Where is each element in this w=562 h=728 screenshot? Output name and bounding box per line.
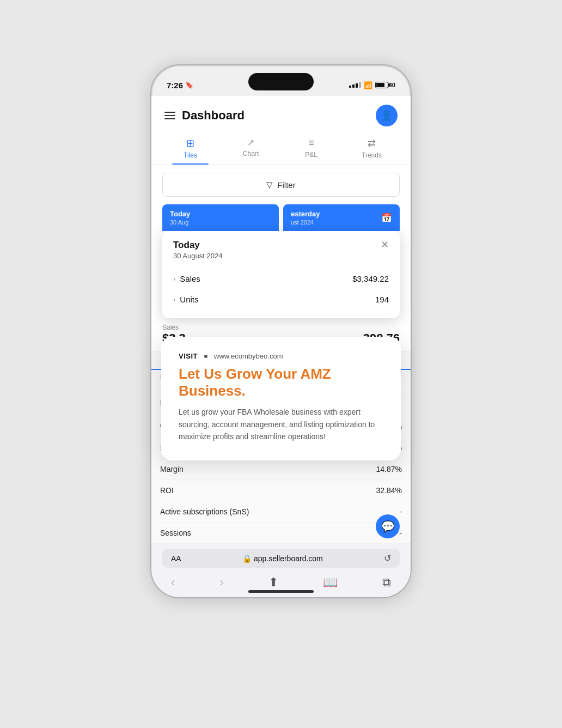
promo-body: Let us grow your FBA Wholesale business … [179,406,383,442]
tab-trends[interactable]: ⇄ Trends [341,133,402,165]
safari-nav-bar: ‹ › ⬆ 📖 ⧉ [162,573,400,592]
forward-button[interactable]: › [215,573,228,592]
popup-row-units: › Units 194 [173,289,389,310]
chevron-right-icon-2: › [173,295,175,304]
roi-label: ROI [160,486,174,495]
popup-date: 30 August 2024 [173,252,222,260]
signal-icon [349,82,361,88]
pl-icon: ≡ [308,137,314,149]
units-value: 194 [375,295,389,304]
chevron-right-icon: › [173,275,175,283]
subscriptions-label: Active subscriptions (SnS) [160,507,249,516]
phone-shell: 7:26 🔖 📶 40 [150,64,412,598]
date-tab-today[interactable]: Today 30 Aug [162,204,279,231]
user-icon: 👤 [381,110,393,122]
date-tab-today-title: Today [170,210,271,218]
metric-margin: Margin 14.87% [160,459,402,480]
filter-button[interactable]: ▽ Filter [162,173,400,197]
aa-button[interactable]: AA [171,554,181,563]
lock-icon: 🔒 [242,554,252,563]
roi-value: 32.84% [376,486,402,495]
bookmark-icon: 🔖 [185,81,193,89]
bullet-dot [204,355,207,358]
sales-value: $3,349.22 [352,274,389,283]
date-tab-yesterday[interactable]: esterday ust 2024 📅 [283,204,400,231]
filter-label: Filter [277,180,295,190]
tab-chart-label: Chart [243,150,259,157]
app-header: Dashboard 👤 [151,96,411,133]
metric-roi: ROI 32.84% [160,480,402,501]
metric-subscriptions: Active subscriptions (SnS) - [160,501,402,523]
tab-chart[interactable]: ↗ Chart [221,133,281,165]
chat-button[interactable]: 💬 [376,514,400,538]
wifi-icon: 📶 [364,81,372,89]
margin-value: 14.87% [376,465,402,474]
tabs-button[interactable]: ⧉ [378,573,395,592]
date-tab-yesterday-sub: ust 2024 [291,219,320,226]
promo-url[interactable]: www.ecombybeo.com [214,352,283,360]
tab-pl[interactable]: ≡ P&L [281,133,341,165]
bookmarks-button[interactable]: 📖 [319,573,342,592]
tiles-icon: ⊞ [186,137,194,149]
safari-toolbar: AA 🔒 app.sellerboard.com ↺ ‹ › ⬆ 📖 ⧉ [151,543,411,597]
promo-card-header: VISIT www.ecombybeo.com [179,352,383,360]
date-tab-today-sub: 30 Aug [170,219,271,226]
promo-headline: Let Us Grow Your AMZ Business. [179,366,383,399]
home-indicator [248,590,314,593]
battery-icon: 40 [375,82,395,88]
sales-strip-label: Sales [162,324,279,331]
trends-icon: ⇄ [368,137,376,149]
metric-sessions: Sessions - [160,523,402,543]
visit-label: VISIT [179,352,198,360]
calendar-icon: 📅 [381,213,392,223]
sales-label: Sales [180,274,200,283]
url-bar[interactable]: AA 🔒 app.sellerboard.com ↺ [162,549,400,568]
promo-card: VISIT www.ecombybeo.com Let Us Grow Your… [161,337,401,460]
tab-pl-label: P&L [305,151,317,159]
popup-title: Today [173,240,222,251]
hamburger-menu[interactable] [164,112,175,119]
back-button[interactable]: ‹ [167,573,179,592]
tab-tiles-label: Tiles [184,151,197,159]
page-title: Dashboard [182,108,245,123]
tab-bar: ⊞ Tiles ↗ Chart ≡ P&L ⇄ Trends [151,133,411,165]
share-button[interactable]: ⬆ [264,573,283,592]
status-icons: 📶 40 [349,81,395,89]
date-tab-yesterday-title: esterday [291,210,320,218]
status-time: 7:26 [167,81,183,90]
scene: 7:26 🔖 📶 40 [139,64,423,664]
popup-row-sales: › Sales $3,349.22 [173,269,389,289]
subscriptions-value: - [399,507,402,516]
dynamic-island [248,73,314,90]
tab-trends-label: Trends [362,151,382,159]
sessions-value: - [399,529,402,537]
margin-label: Margin [160,465,184,474]
chat-icon: 💬 [381,520,395,533]
units-label: Units [180,295,198,304]
app-content: Dashboard 👤 ⊞ Tiles ↗ Chart ≡ P&L [151,96,411,543]
today-popup: Today 30 August 2024 ✕ › Sales $3,349.22… [162,231,400,318]
popup-close-button[interactable]: ✕ [381,240,389,250]
avatar-button[interactable]: 👤 [376,105,398,126]
filter-icon: ▽ [266,180,273,190]
chart-icon: ↗ [247,137,254,148]
reload-button[interactable]: ↺ [384,553,391,563]
url-text: app.sellerboard.com [254,554,323,563]
sessions-label: Sessions [160,529,191,537]
date-tabs-row: Today 30 Aug esterday ust 2024 📅 [151,204,411,231]
tab-tiles[interactable]: ⊞ Tiles [160,133,221,165]
